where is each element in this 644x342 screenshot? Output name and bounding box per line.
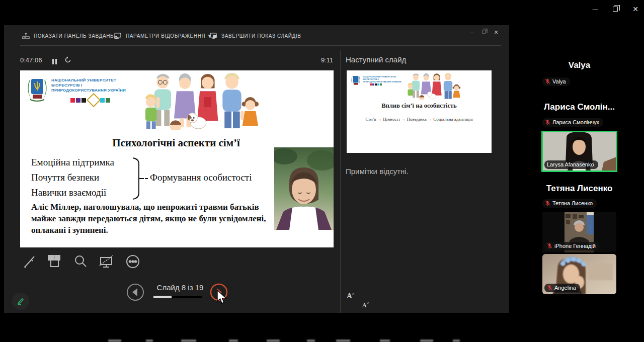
participant-display-name: Лариса Смолін... (542, 102, 616, 112)
slide-bullets: Емоційна підтримка Почуття безпеки Навич… (31, 155, 114, 200)
notes-font-decrease-button[interactable]: A˅ (362, 302, 644, 309)
minimize-icon: — (593, 6, 598, 12)
mic-muted-icon (545, 78, 550, 84)
slideshow-progress-bar (153, 296, 202, 298)
participant-nameplate: Тетяна Лисенко (542, 199, 597, 208)
presenter-minimize-button[interactable]: – (466, 29, 478, 36)
elapsed-timer: 0:47:06 (20, 56, 42, 64)
participant-display-name: Тетяна Лисенко (542, 184, 616, 194)
pen-icon (21, 252, 39, 271)
slides-grid-icon (45, 252, 63, 271)
bullet-item: Навички взаємодії (31, 185, 114, 200)
participant-nameplate: Лариса Смолінчук (542, 118, 603, 127)
restart-icon (64, 56, 71, 63)
next-slide-header: Наступний слайд (346, 55, 406, 64)
next-slide-flow: Сім’я → Цінності → Поведінка → Соціальна… (347, 117, 492, 122)
brace-result-label: Формування особистості (150, 172, 252, 183)
taskbar-icon (22, 32, 30, 40)
timer-restart-button[interactable] (64, 56, 71, 65)
participant-nameplate: iPhone Геннадій (544, 242, 600, 250)
presenter-view-window: – ✕ ПОКАЗАТИ ПАНЕЛЬ ЗАВДАНЬ ПАРАМЕТРИ ВІ… (4, 25, 509, 313)
mic-muted-icon (545, 200, 550, 206)
participant-tile-tetyana[interactable]: Тетяна Лисенко Тетяна Лисенко (542, 176, 616, 212)
brace-shape (132, 157, 149, 200)
timer-pause-button[interactable] (52, 57, 57, 66)
magnifier-icon (71, 252, 90, 271)
close-icon: ✕ (632, 5, 638, 13)
slide-position-label: Слайд 8 із 19 (152, 283, 208, 292)
clock: 9:11 (321, 56, 333, 64)
end-slideshow-label: ЗАВЕРШИТИ ПОКАЗ СЛАЙДІВ (221, 33, 301, 39)
slide-quote: Аліс Міллер, наголошувала, що непрожиті … (31, 201, 279, 236)
black-screen-icon (97, 252, 116, 271)
show-taskbar-button[interactable]: ПОКАЗАТИ ПАНЕЛЬ ЗАВДАНЬ (22, 32, 114, 40)
mic-muted-icon (547, 285, 552, 291)
diamond-icon (87, 93, 101, 107)
end-slideshow-button[interactable]: ЗАВЕРШИТИ ПОКАЗ СЛАЙДІВ (209, 32, 301, 40)
university-name: НАЦІОНАЛЬНИЙ УНІВЕРСИТЕТ БІОРЕСУРСІВ І П… (51, 78, 137, 93)
toolbar-divider (20, 45, 501, 46)
more-options-button[interactable] (124, 252, 142, 273)
minimize-icon: – (470, 29, 473, 35)
participant-nameplate: Angelina (544, 284, 580, 292)
black-screen-button[interactable] (97, 252, 116, 273)
presenter-restore-button[interactable] (478, 29, 490, 36)
pause-icon (52, 59, 57, 64)
university-logo-small (351, 74, 361, 87)
bullet-item: Почуття безпеки (31, 170, 114, 185)
annotation-tool-button[interactable] (12, 293, 29, 310)
font-increase-icon: A (347, 292, 352, 300)
notes-empty-text: Примітки відсутні. (346, 167, 409, 176)
participant-nameplate: Valya (542, 77, 570, 86)
participant-nameplate: Larysa Afanasenko (544, 160, 598, 169)
sdg-icons-small (370, 83, 382, 86)
participant-tile-valya[interactable]: Valya Valya (542, 50, 616, 91)
clipped-bottom-toolbar (0, 337, 644, 342)
participant-tile-larysa-name[interactable]: Лариса Смолін... Лариса Смолінчук (542, 93, 616, 132)
family-illustration-small (406, 72, 462, 100)
current-slide: НАЦІОНАЛЬНИЙ УНІВЕРСИТЕТ БІОРЕСУРСІВ І П… (20, 70, 334, 247)
restore-icon (613, 7, 618, 12)
participant-display-name: Valya (542, 60, 616, 70)
next-slide-thumbnail[interactable]: НАЦІОНАЛЬНИЙ УНІВЕРСИТЕТ БІОРЕСУРСІВ І П… (347, 70, 492, 153)
display-settings-label: ПАРАМЕТРИ ВІДОБРАЖЕННЯ ▼ (126, 33, 212, 39)
font-decrease-icon: A (362, 302, 367, 309)
presenter-close-button[interactable]: ✕ (490, 29, 502, 36)
display-settings-icon (114, 32, 122, 40)
participant-video-hennadii[interactable]: iPhone Геннадій (542, 212, 616, 252)
window-controls: — ✕ (588, 3, 643, 16)
progress-fill (153, 296, 172, 298)
display-settings-button[interactable]: ПАРАМЕТРИ ВІДОБРАЖЕННЯ ▼ (114, 32, 212, 40)
restore-icon (482, 30, 486, 34)
bullet-item: Емоційна підтримка (31, 155, 114, 170)
window-close-button[interactable]: ✕ (628, 3, 643, 16)
next-slide-title: Вплив сім’ї на особистість (347, 102, 492, 110)
mic-muted-icon (545, 119, 550, 125)
participant-video-larysa[interactable]: Larysa Afanasenko (542, 132, 616, 171)
annotate-pencil-icon (16, 297, 25, 306)
ellipsis-icon (124, 252, 142, 271)
sdg-icons (70, 95, 111, 105)
close-icon: ✕ (494, 29, 498, 35)
previous-arrow-icon (126, 283, 144, 301)
mouse-cursor (216, 290, 228, 305)
panel-divider (340, 50, 341, 313)
presenter-window-controls: – ✕ (466, 29, 502, 36)
mic-muted-icon (547, 243, 552, 249)
slide-title: Психологічні аспекти сім’ї (50, 137, 302, 149)
zoom-slide-button[interactable] (71, 252, 90, 273)
family-illustration (142, 71, 262, 130)
participant-video-angelina[interactable]: Angelina (542, 254, 616, 294)
see-all-slides-button[interactable] (45, 252, 63, 273)
window-minimize-button[interactable]: — (588, 3, 603, 16)
end-show-icon (209, 32, 217, 40)
alice-miller-photo (274, 147, 334, 230)
pen-tool-button[interactable] (21, 252, 39, 273)
university-name-small: НАЦІОНАЛЬНИЙ УНІВЕРСИТЕТ БІОРЕСУРСІВ І П… (363, 75, 402, 83)
university-logo (26, 76, 48, 102)
window-restore-button[interactable] (608, 3, 623, 16)
show-taskbar-label: ПОКАЗАТИ ПАНЕЛЬ ЗАВДАНЬ (34, 33, 114, 39)
previous-slide-button[interactable] (126, 283, 144, 303)
